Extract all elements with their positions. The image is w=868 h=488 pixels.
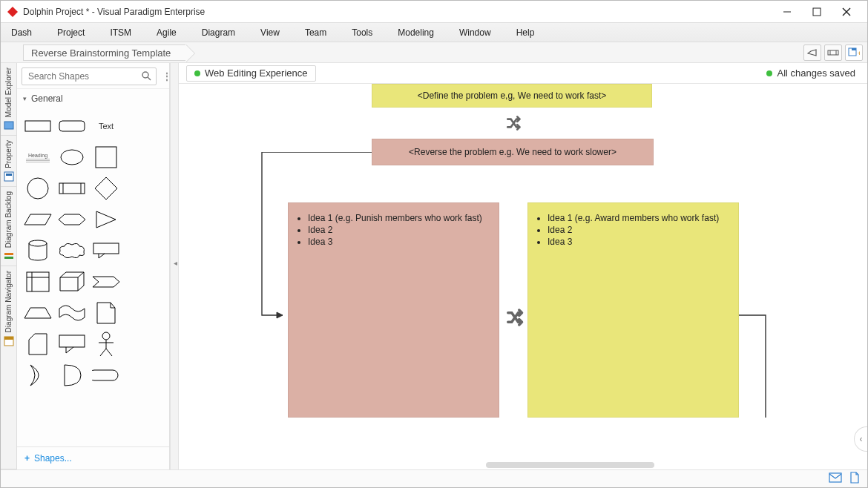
idea-item: Idea 1 (e.g. Award members who work fast… <box>548 212 729 224</box>
menu-item[interactable]: Modeling <box>393 25 438 40</box>
svg-marker-40 <box>97 303 115 323</box>
shape-hexagon[interactable] <box>56 205 88 234</box>
splitter[interactable]: ◂ <box>170 63 179 469</box>
shape-actor[interactable] <box>90 329 122 359</box>
layout-icon[interactable] <box>824 44 842 61</box>
shape-circle[interactable] <box>22 174 54 203</box>
right-ideas-list: Idea 1 (e.g. Award members who work fast… <box>548 212 729 248</box>
shape-ellipse[interactable] <box>56 142 88 172</box>
save-status: All changes saved <box>766 67 860 79</box>
svg-point-24 <box>27 178 48 199</box>
menu-item[interactable]: ITSM <box>105 25 136 40</box>
scrollbar-thumb[interactable] <box>486 462 654 468</box>
breadcrumb[interactable]: Reverse Brainstorming Template <box>23 44 185 61</box>
reverse-problem-text: <Reverse the problem e.g. We need to wor… <box>409 147 617 157</box>
svg-rect-2 <box>813 8 821 16</box>
menu-item[interactable]: Project <box>53 25 89 40</box>
side-tab-diagram-navigator[interactable]: Diagram Navigator <box>1 266 16 469</box>
canvas[interactable]: <Define the problem e,g, We need to work… <box>179 84 867 469</box>
svg-rect-21 <box>59 121 85 131</box>
shape-text[interactable]: Text <box>90 111 122 141</box>
announce-icon[interactable] <box>803 44 821 61</box>
svg-point-18 <box>142 72 148 78</box>
shapes-more-button[interactable]: + Shapes... <box>17 446 169 469</box>
define-problem-text: <Define the problem e,g, We need to work… <box>418 90 607 101</box>
shape-callout[interactable] <box>56 329 88 359</box>
shape-tape[interactable] <box>56 298 88 328</box>
model-explorer-icon <box>4 120 14 131</box>
shape-rounded-rect[interactable] <box>56 111 88 141</box>
right-ideas-note[interactable]: Idea 1 (e.g. Award members who work fast… <box>527 202 739 418</box>
shape-trapezoid[interactable] <box>22 298 54 328</box>
shape-callout-rect[interactable] <box>90 236 122 266</box>
property-icon <box>4 171 14 182</box>
svg-rect-23 <box>96 147 116 168</box>
mail-icon[interactable] <box>829 472 842 485</box>
diagram-title-pill[interactable]: Web Editing Experience <box>186 65 316 82</box>
svg-point-22 <box>61 150 83 165</box>
minimize-button[interactable] <box>772 1 802 22</box>
status-footer <box>1 469 867 487</box>
svg-marker-29 <box>24 214 51 225</box>
document-icon[interactable] <box>849 472 860 486</box>
panel-add-icon[interactable]: + <box>845 44 863 61</box>
shuffle-icon <box>505 113 525 135</box>
svg-marker-52 <box>851 472 858 483</box>
menu-item[interactable]: Team <box>300 25 331 40</box>
svg-rect-12 <box>4 172 13 181</box>
shape-triangle[interactable] <box>90 205 122 234</box>
svg-rect-17 <box>4 337 13 340</box>
menu-item[interactable]: Agile <box>152 25 181 40</box>
search-shapes-input[interactable] <box>27 70 141 82</box>
side-tab-model-explorer[interactable]: Model Explorer <box>1 63 16 136</box>
shape-parallelogram[interactable] <box>22 205 54 234</box>
menu-item[interactable]: Help <box>512 25 539 40</box>
menu-item[interactable]: Window <box>455 25 496 40</box>
shape-cloud[interactable] <box>56 236 88 266</box>
shape-cylinder[interactable] <box>22 236 54 266</box>
status-dot-icon <box>194 70 200 76</box>
search-shapes-box[interactable] <box>22 67 157 85</box>
backlog-icon <box>4 251 14 261</box>
shape-card[interactable] <box>22 329 54 359</box>
menu-item[interactable]: View <box>256 25 284 40</box>
side-tab-diagram-backlog[interactable]: Diagram Backlog <box>1 187 16 266</box>
idea-item: Idea 1 (e.g. Punish members who work fas… <box>308 212 490 224</box>
svg-rect-33 <box>93 243 119 254</box>
shape-internal-storage[interactable] <box>22 267 54 297</box>
shape-cube[interactable] <box>56 267 88 297</box>
shape-heading[interactable]: Heading <box>22 142 54 172</box>
main-area: Web Editing Experience All changes saved… <box>179 63 867 469</box>
define-problem-note[interactable]: <Define the problem e,g, We need to work… <box>372 84 652 108</box>
side-tabs: Model Explorer Property Diagram Backlog … <box>1 63 17 469</box>
menu-item[interactable]: Diagram <box>197 25 240 40</box>
shape-process[interactable] <box>56 174 88 203</box>
shuffle-icon <box>505 306 527 331</box>
connector-line <box>739 306 776 425</box>
status-dot-icon <box>766 70 772 76</box>
shape-note[interactable] <box>90 298 122 328</box>
shape-step[interactable] <box>90 267 122 297</box>
close-button[interactable] <box>832 1 861 22</box>
reverse-problem-note[interactable]: <Reverse the problem e.g. We need to wor… <box>372 139 654 165</box>
shape-square[interactable] <box>90 142 122 172</box>
left-ideas-note[interactable]: Idea 1 (e.g. Punish members who work fas… <box>288 202 499 418</box>
shape-diamond[interactable] <box>90 174 122 203</box>
side-tab-property[interactable]: Property <box>1 136 16 187</box>
horizontal-scrollbar[interactable] <box>401 462 823 468</box>
svg-line-46 <box>100 349 106 356</box>
shape-data-store[interactable] <box>90 360 122 390</box>
splitter-handle-icon: ◂ <box>173 259 177 274</box>
maximize-button[interactable] <box>802 1 832 22</box>
menu-item[interactable]: Dash <box>7 25 36 40</box>
shapes-category-header[interactable]: ▾ General <box>17 88 169 108</box>
svg-rect-14 <box>4 253 13 255</box>
shape-and[interactable] <box>56 360 88 390</box>
menu-item[interactable]: Tools <box>347 25 377 40</box>
svg-rect-11 <box>4 122 13 129</box>
shape-rectangle[interactable] <box>22 111 54 141</box>
shape-or[interactable] <box>22 360 54 390</box>
svg-rect-34 <box>27 272 49 291</box>
collapse-panel-button[interactable]: ‹ <box>854 426 867 452</box>
title-bar: Dolphin Project * - Visual Paradigm Ente… <box>1 1 867 23</box>
